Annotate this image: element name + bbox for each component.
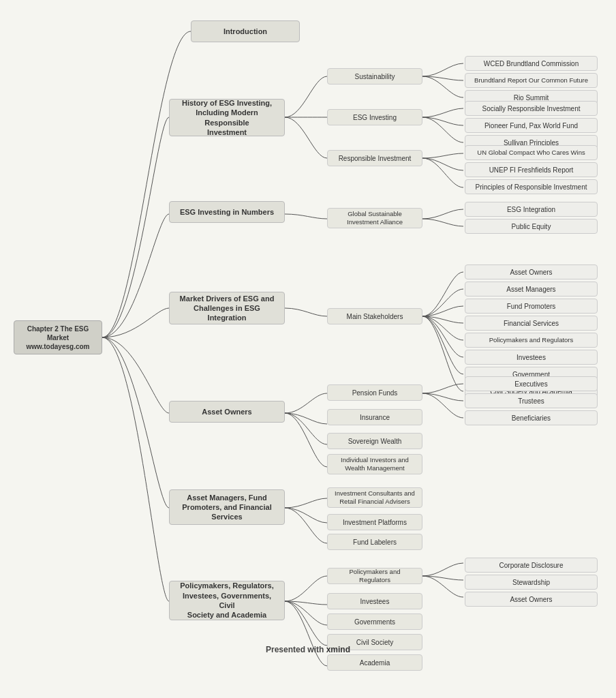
fund-promoters-label: Fund Promoters [507, 302, 556, 311]
principles-ri-label: Principles of Responsible Investment [476, 183, 587, 192]
main-node-history: History of ESG Investing, Including Mode… [169, 99, 285, 136]
main-node-numbers: ESG Investing in Numbers [169, 201, 285, 223]
policymakers-label: Policymakers, Regulators, Investees, Gov… [175, 581, 279, 620]
mid-esg-investing: ESG Investing [327, 109, 422, 125]
mid-inv-consultants: Investment Consultants and Retail Financ… [327, 487, 422, 508]
footer-brand: xmind [326, 645, 350, 654]
public-equity-label: Public Equity [512, 222, 551, 231]
market-label: Market Drivers of ESG and Challenges in … [175, 294, 279, 323]
leaf-corp-disclosure: Corporate Disclosure [465, 558, 598, 573]
global-sustain-label: Global Sustainable Investment Alliance [333, 210, 416, 227]
wced-label: WCED Brundtland Commission [484, 59, 579, 68]
mid-policy-reg: Policymakers and Regulators [327, 568, 422, 584]
governments-label: Governments [354, 618, 395, 626]
leaf-investees: Investees [465, 350, 598, 365]
sustainability-label: Sustainability [355, 72, 395, 81]
mid-sovereign: Sovereign Wealth [327, 433, 422, 449]
leaf-pioneer: Pioneer Fund, Pax World Fund [465, 118, 598, 133]
mid-fund-labelers: Fund Labelers [327, 534, 422, 550]
esg-investing-label: ESG Investing [353, 113, 397, 122]
individual-label: Individual Investors and Wealth Manageme… [333, 456, 416, 473]
main-node-intro: Introduction [191, 20, 300, 42]
intro-label: Introduction [224, 27, 267, 36]
leaf-trustees: Trustees [465, 393, 598, 408]
numbers-label: ESG Investing in Numbers [180, 207, 274, 217]
mid-global-sustain: Global Sustainable Investment Alliance [327, 208, 422, 228]
asset-managers-leaf-label: Asset Managers [506, 285, 555, 294]
footer: Presented with xmind [0, 638, 616, 661]
policy-reg-label: Policymakers and Regulators [333, 568, 416, 585]
financial-services-label: Financial Services [504, 319, 559, 328]
investees-label: Investees [360, 597, 390, 606]
leaf-unglobal: UN Global Compact Who Cares Wins [465, 145, 598, 160]
mind-map: Chapter 2 The ESG Market www.todayesg.co… [0, 0, 616, 668]
leaf-policy-reg-leaf: Policymakers and Regulators [465, 333, 598, 348]
mid-governments: Governments [327, 613, 422, 630]
leaf-esg-integration: ESG Integration [465, 202, 598, 217]
leaf-asset-owners: Asset Owners [465, 264, 598, 279]
footer-text: Presented with [266, 645, 326, 654]
pioneer-label: Pioneer Fund, Pax World Fund [484, 121, 578, 130]
unglobal-label: UN Global Compact Who Cares Wins [477, 149, 585, 157]
leaf-sri: Socially Responsible Investment [465, 101, 598, 116]
inv-consultants-label: Investment Consultants and Retail Financ… [333, 489, 416, 506]
stewardship-label: Stewardship [512, 578, 550, 587]
leaf-principles-ri: Principles of Responsible Investment [465, 179, 598, 194]
leaf-fund-promoters: Fund Promoters [465, 299, 598, 314]
mid-investees: Investees [327, 593, 422, 609]
leaf-asset-own-policy: Asset Owners [465, 592, 598, 607]
main-node-market: Market Drivers of ESG and Challenges in … [169, 292, 285, 324]
main-node-policymakers: Policymakers, Regulators, Investees, Gov… [169, 581, 285, 620]
inv-platforms-label: Investment Platforms [343, 518, 407, 527]
leaf-public-equity: Public Equity [465, 219, 598, 234]
asset-owners-leaf-label: Asset Owners [510, 268, 552, 277]
corp-disclosure-label: Corporate Disclosure [499, 561, 564, 570]
brundtland-label: Brundtland Report Our Common Future [474, 76, 588, 85]
asset-own-policy-label: Asset Owners [510, 595, 552, 604]
mid-pension-funds: Pension Funds [327, 384, 422, 401]
asset-owners-label: Asset Owners [202, 407, 251, 416]
responsible-inv-label: Responsible Investment [339, 154, 412, 163]
sovereign-label: Sovereign Wealth [348, 437, 402, 446]
mid-individual: Individual Investors and Wealth Manageme… [327, 454, 422, 474]
mid-sustainability: Sustainability [327, 68, 422, 85]
leaf-wced: WCED Brundtland Commission [465, 56, 598, 71]
history-label: History of ESG Investing, Including Mode… [175, 98, 279, 137]
leaf-executives: Executives [465, 376, 598, 391]
mid-insurance: Insurance [327, 409, 422, 425]
policy-reg-leaf-label: Policymakers and Regulators [489, 336, 574, 344]
main-node-asset-owners: Asset Owners [169, 401, 285, 423]
trustees-label: Trustees [518, 397, 544, 406]
fund-labelers-label: Fund Labelers [353, 538, 397, 547]
leaf-asset-managers: Asset Managers [465, 282, 598, 297]
executives-label: Executives [514, 380, 547, 389]
root-label: Chapter 2 The ESG Market www.todayesg.co… [20, 324, 96, 351]
investees-leaf-label: Investees [517, 353, 546, 362]
insurance-label: Insurance [360, 413, 390, 422]
leaf-financial-services: Financial Services [465, 316, 598, 331]
asset-managers-label: Asset Managers, Fund Promoters, and Fina… [182, 493, 271, 522]
main-node-asset-managers: Asset Managers, Fund Promoters, and Fina… [169, 489, 285, 525]
leaf-unep: UNEP FI Freshfields Report [465, 162, 598, 177]
esg-integration-label: ESG Integration [507, 205, 555, 214]
unep-label: UNEP FI Freshfields Report [489, 166, 574, 174]
root-node: Chapter 2 The ESG Market www.todayesg.co… [14, 320, 102, 354]
mid-main-stakeholders: Main Stakeholders [327, 308, 422, 324]
sri-label: Socially Responsible Investment [482, 104, 581, 113]
beneficiaries-label: Beneficiaries [512, 414, 551, 423]
pension-funds-label: Pension Funds [352, 389, 398, 397]
main-stakeholders-label: Main Stakeholders [347, 312, 403, 321]
leaf-brundtland: Brundtland Report Our Common Future [465, 73, 598, 88]
leaf-beneficiaries: Beneficiaries [465, 410, 598, 425]
mid-responsible-inv: Responsible Investment [327, 150, 422, 166]
mid-inv-platforms: Investment Platforms [327, 514, 422, 530]
leaf-stewardship: Stewardship [465, 575, 598, 590]
